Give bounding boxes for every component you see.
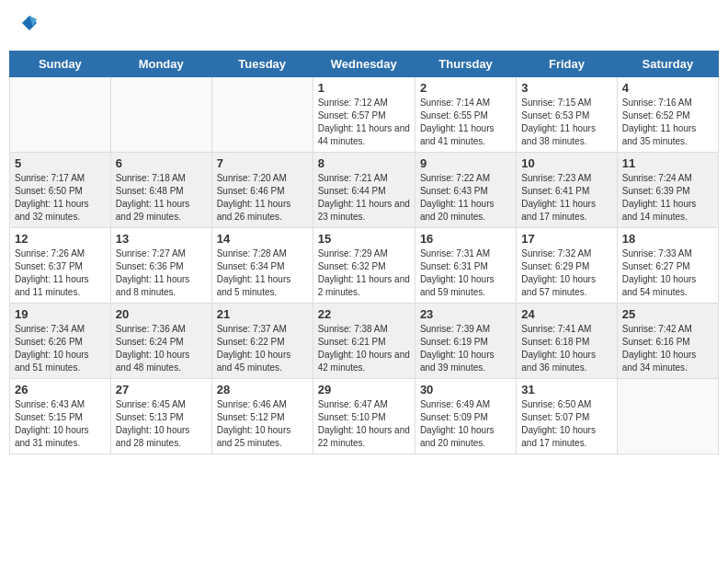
day-info: Sunrise: 7:34 AM Sunset: 6:26 PM Dayligh…: [15, 323, 106, 374]
day-number: 6: [116, 156, 207, 170]
day-number: 29: [318, 383, 410, 396]
calendar-cell: 1Sunrise: 7:12 AM Sunset: 6:57 PM Daylig…: [313, 77, 415, 153]
column-header-monday: Monday: [110, 52, 211, 77]
day-number: 2: [420, 81, 511, 95]
calendar-cell: 31Sunrise: 6:50 AM Sunset: 5:07 PM Dayli…: [517, 379, 617, 454]
calendar-cell: 2Sunrise: 7:14 AM Sunset: 6:55 PM Daylig…: [415, 77, 516, 153]
column-header-thursday: Thursday: [415, 52, 516, 77]
calendar-cell: 27Sunrise: 6:45 AM Sunset: 5:13 PM Dayli…: [110, 379, 211, 454]
day-number: 7: [217, 156, 308, 170]
calendar-cell: 14Sunrise: 7:28 AM Sunset: 6:34 PM Dayli…: [211, 228, 313, 304]
calendar-table: SundayMondayTuesdayWednesdayThursdayFrid…: [9, 51, 719, 454]
day-info: Sunrise: 7:20 AM Sunset: 6:46 PM Dayligh…: [217, 172, 308, 224]
calendar-cell: 22Sunrise: 7:38 AM Sunset: 6:21 PM Dayli…: [313, 304, 415, 379]
calendar-cell: 29Sunrise: 6:47 AM Sunset: 5:10 PM Dayli…: [313, 379, 415, 454]
day-number: 27: [116, 383, 207, 396]
calendar-cell: 18Sunrise: 7:33 AM Sunset: 6:27 PM Dayli…: [617, 228, 718, 304]
day-info: Sunrise: 7:36 AM Sunset: 6:24 PM Dayligh…: [116, 323, 207, 374]
calendar-cell: 7Sunrise: 7:20 AM Sunset: 6:46 PM Daylig…: [211, 153, 313, 228]
day-info: Sunrise: 6:46 AM Sunset: 5:12 PM Dayligh…: [217, 398, 308, 450]
day-info: Sunrise: 7:21 AM Sunset: 6:44 PM Dayligh…: [318, 172, 410, 224]
calendar-cell: 25Sunrise: 7:42 AM Sunset: 6:16 PM Dayli…: [617, 304, 718, 379]
day-info: Sunrise: 7:14 AM Sunset: 6:55 PM Dayligh…: [420, 97, 511, 148]
day-number: 1: [318, 81, 410, 95]
day-info: Sunrise: 7:32 AM Sunset: 6:29 PM Dayligh…: [521, 247, 611, 299]
column-header-sunday: Sunday: [10, 52, 111, 77]
day-info: Sunrise: 7:22 AM Sunset: 6:43 PM Dayligh…: [420, 172, 511, 224]
day-info: Sunrise: 7:26 AM Sunset: 6:37 PM Dayligh…: [15, 247, 106, 299]
day-number: 24: [521, 307, 611, 321]
day-info: Sunrise: 7:37 AM Sunset: 6:22 PM Dayligh…: [217, 323, 308, 374]
day-info: Sunrise: 6:43 AM Sunset: 5:15 PM Dayligh…: [15, 398, 106, 450]
day-number: 13: [116, 232, 207, 246]
logo: [18, 14, 39, 37]
day-number: 11: [622, 156, 713, 170]
calendar-cell: 26Sunrise: 6:43 AM Sunset: 5:15 PM Dayli…: [10, 379, 111, 454]
day-number: 4: [622, 81, 713, 95]
calendar-week-row: 19Sunrise: 7:34 AM Sunset: 6:26 PM Dayli…: [10, 304, 719, 379]
day-info: Sunrise: 7:12 AM Sunset: 6:57 PM Dayligh…: [318, 97, 410, 148]
day-number: 3: [521, 81, 611, 95]
day-number: 14: [217, 232, 308, 246]
day-info: Sunrise: 7:31 AM Sunset: 6:31 PM Dayligh…: [420, 247, 511, 299]
day-info: Sunrise: 7:16 AM Sunset: 6:52 PM Dayligh…: [622, 97, 713, 148]
calendar-cell: 24Sunrise: 7:41 AM Sunset: 6:18 PM Dayli…: [517, 304, 617, 379]
day-number: 5: [15, 156, 106, 170]
calendar-header-row: SundayMondayTuesdayWednesdayThursdayFrid…: [10, 52, 719, 77]
calendar-cell: 11Sunrise: 7:24 AM Sunset: 6:39 PM Dayli…: [617, 153, 718, 228]
calendar-cell: 9Sunrise: 7:22 AM Sunset: 6:43 PM Daylig…: [415, 153, 516, 228]
day-number: 17: [521, 232, 611, 246]
day-number: 25: [622, 307, 713, 321]
calendar-cell: 4Sunrise: 7:16 AM Sunset: 6:52 PM Daylig…: [617, 77, 718, 153]
day-number: 21: [217, 307, 308, 321]
column-header-saturday: Saturday: [617, 52, 718, 77]
calendar-cell: 16Sunrise: 7:31 AM Sunset: 6:31 PM Dayli…: [415, 228, 516, 304]
day-number: 23: [420, 307, 511, 321]
calendar-cell: 12Sunrise: 7:26 AM Sunset: 6:37 PM Dayli…: [10, 228, 111, 304]
calendar-cell: [10, 77, 111, 153]
calendar-cell: 19Sunrise: 7:34 AM Sunset: 6:26 PM Dayli…: [10, 304, 111, 379]
day-info: Sunrise: 7:17 AM Sunset: 6:50 PM Dayligh…: [15, 172, 106, 224]
calendar-cell: 30Sunrise: 6:49 AM Sunset: 5:09 PM Dayli…: [415, 379, 516, 454]
calendar-cell: 6Sunrise: 7:18 AM Sunset: 6:48 PM Daylig…: [110, 153, 211, 228]
day-info: Sunrise: 7:24 AM Sunset: 6:39 PM Dayligh…: [622, 172, 713, 224]
day-info: Sunrise: 7:23 AM Sunset: 6:41 PM Dayligh…: [521, 172, 611, 224]
day-info: Sunrise: 6:50 AM Sunset: 5:07 PM Dayligh…: [521, 398, 611, 450]
calendar-cell: 15Sunrise: 7:29 AM Sunset: 6:32 PM Dayli…: [313, 228, 415, 304]
calendar-cell: 3Sunrise: 7:15 AM Sunset: 6:53 PM Daylig…: [517, 77, 617, 153]
day-info: Sunrise: 6:45 AM Sunset: 5:13 PM Dayligh…: [116, 398, 207, 450]
day-info: Sunrise: 7:27 AM Sunset: 6:36 PM Dayligh…: [116, 247, 207, 299]
day-number: 16: [420, 232, 511, 246]
column-header-tuesday: Tuesday: [211, 52, 313, 77]
calendar-cell: 17Sunrise: 7:32 AM Sunset: 6:29 PM Dayli…: [517, 228, 617, 304]
day-number: 19: [15, 307, 106, 321]
calendar-cell: 21Sunrise: 7:37 AM Sunset: 6:22 PM Dayli…: [211, 304, 313, 379]
calendar-cell: [110, 77, 211, 153]
calendar-week-row: 12Sunrise: 7:26 AM Sunset: 6:37 PM Dayli…: [10, 228, 719, 304]
day-number: 26: [15, 383, 106, 396]
logo-icon: [20, 14, 39, 32]
day-number: 15: [318, 232, 410, 246]
day-info: Sunrise: 7:39 AM Sunset: 6:19 PM Dayligh…: [420, 323, 511, 374]
day-number: 22: [318, 307, 410, 321]
day-info: Sunrise: 7:29 AM Sunset: 6:32 PM Dayligh…: [318, 247, 410, 299]
calendar-cell: 5Sunrise: 7:17 AM Sunset: 6:50 PM Daylig…: [10, 153, 111, 228]
calendar-cell: 13Sunrise: 7:27 AM Sunset: 6:36 PM Dayli…: [110, 228, 211, 304]
calendar-cell: [617, 379, 718, 454]
day-info: Sunrise: 6:47 AM Sunset: 5:10 PM Dayligh…: [318, 398, 410, 450]
day-number: 31: [521, 383, 611, 396]
calendar-week-row: 1Sunrise: 7:12 AM Sunset: 6:57 PM Daylig…: [10, 77, 719, 153]
day-info: Sunrise: 7:33 AM Sunset: 6:27 PM Dayligh…: [622, 247, 713, 299]
day-number: 9: [420, 156, 511, 170]
day-info: Sunrise: 7:15 AM Sunset: 6:53 PM Dayligh…: [521, 97, 611, 148]
day-number: 8: [318, 156, 410, 170]
calendar-cell: 10Sunrise: 7:23 AM Sunset: 6:41 PM Dayli…: [517, 153, 617, 228]
column-header-wednesday: Wednesday: [313, 52, 415, 77]
day-info: Sunrise: 6:49 AM Sunset: 5:09 PM Dayligh…: [420, 398, 511, 450]
calendar-cell: 20Sunrise: 7:36 AM Sunset: 6:24 PM Dayli…: [110, 304, 211, 379]
day-number: 20: [116, 307, 207, 321]
day-number: 10: [521, 156, 611, 170]
calendar-cell: 28Sunrise: 6:46 AM Sunset: 5:12 PM Dayli…: [211, 379, 313, 454]
day-number: 30: [420, 383, 511, 396]
calendar-week-row: 5Sunrise: 7:17 AM Sunset: 6:50 PM Daylig…: [10, 153, 719, 228]
